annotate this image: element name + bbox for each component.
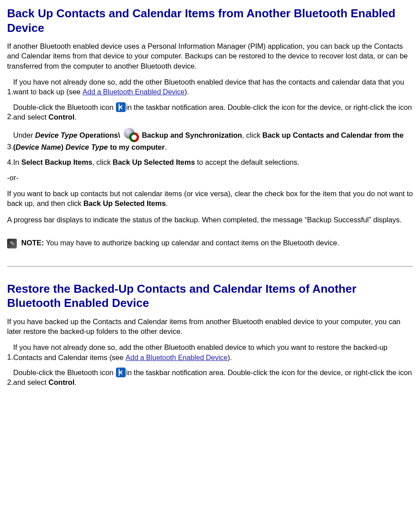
link-add-bluetooth-device[interactable]: Add a Bluetooth Enabled Device: [83, 88, 185, 96]
step-number: 1.: [7, 353, 13, 362]
section1-step-3: 3. Under Device Type Operations\ Backup …: [7, 127, 413, 152]
section1-intro: If another Bluetooth enabled device uses…: [7, 41, 413, 71]
text: If you have not already done so, add the…: [13, 78, 404, 96]
section1-steps: 1. If you have not already done so, add …: [7, 77, 413, 167]
note-label: NOTE:: [21, 239, 44, 247]
text-bold: Back Up Selected Items: [112, 158, 195, 166]
note-block: NOTE: You may have to authorize backing …: [7, 238, 413, 248]
section2-steps: 1. If you have not already done so, add …: [7, 342, 413, 387]
section1-step-4: 4. In Select Backup Items, click Back Up…: [7, 157, 413, 167]
text: to accept the default selections.: [195, 158, 300, 166]
text-bold: Back Up Selected Items: [83, 199, 166, 207]
text-bolditalic: Device Type: [66, 143, 108, 151]
step-number: 4.: [7, 158, 13, 167]
progress-text: A progress bar displays to indicate the …: [7, 215, 413, 225]
section2-title: Restore the Backed-Up Contacts and Calen…: [7, 282, 413, 310]
text-bold: to my computer: [108, 143, 165, 151]
note-text: NOTE: You may have to authorize backing …: [21, 238, 413, 248]
step-number: 2.: [7, 112, 13, 122]
text: ).: [185, 88, 189, 96]
section2-step-1: 1. If you have not already done so, add …: [7, 342, 413, 362]
step-body: If you have not already done so, add the…: [13, 342, 413, 362]
text: .: [165, 143, 167, 151]
text: In: [13, 158, 21, 166]
step-body: In Select Backup Items, click Back Up Se…: [13, 157, 413, 167]
or-label: -or-: [7, 173, 413, 182]
text: .: [74, 378, 77, 386]
text: You may have to authorize backing up cal…: [44, 239, 339, 247]
text: If you want to back up contacts but not …: [7, 190, 413, 207]
alt-instruction: If you want to back up contacts but not …: [7, 189, 413, 209]
text: Double-click the Bluetooth icon: [13, 103, 116, 111]
step-number: 3.: [7, 143, 13, 152]
text-bold: ): [61, 143, 66, 151]
step-number: 1.: [7, 88, 13, 97]
step-body: If you have not already done so, add the…: [13, 77, 413, 97]
step-body: Double-click the Bluetooth icon in the t…: [13, 102, 413, 122]
section-divider: [7, 266, 413, 267]
text-bold: Operations\: [77, 131, 122, 139]
step-body: Under Device Type Operations\ Backup and…: [13, 127, 413, 152]
text: Double-click the Bluetooth icon: [13, 368, 116, 376]
text: , click: [92, 158, 113, 166]
section1-step-1: 1. If you have not already done so, add …: [7, 77, 413, 97]
section2-intro: If you have backed up the Contacts and C…: [7, 317, 413, 337]
text: ).: [227, 353, 232, 361]
note-icon: [7, 239, 17, 248]
text-bold: Control: [49, 378, 75, 386]
step-body: Double-click the Bluetooth icon in the t…: [13, 368, 413, 387]
text-bold: Select Backup Items: [21, 158, 92, 166]
text-bolditalic: Device Type: [35, 131, 77, 139]
bluetooth-icon: [116, 102, 126, 112]
step-number: 2.: [7, 378, 13, 387]
text: Under: [13, 131, 35, 139]
text-bold: Control: [49, 113, 75, 121]
text-bold: Backup and Synchronization: [140, 131, 242, 139]
text: .: [166, 199, 168, 207]
section1-title: Back Up Contacts and Calendar Items from…: [7, 6, 413, 35]
backup-sync-icon: [123, 127, 139, 142]
link-add-bluetooth-device[interactable]: Add a Bluetooth Enabled Device: [126, 354, 227, 361]
section1-step-2: 2. Double-click the Bluetooth icon in th…: [7, 102, 413, 122]
section2-step-2: 2. Double-click the Bluetooth icon in th…: [7, 368, 413, 387]
text-bolditalic: Device Name: [15, 143, 61, 151]
text: .: [74, 113, 77, 121]
text: , click: [242, 131, 262, 139]
bluetooth-icon: [116, 368, 126, 377]
